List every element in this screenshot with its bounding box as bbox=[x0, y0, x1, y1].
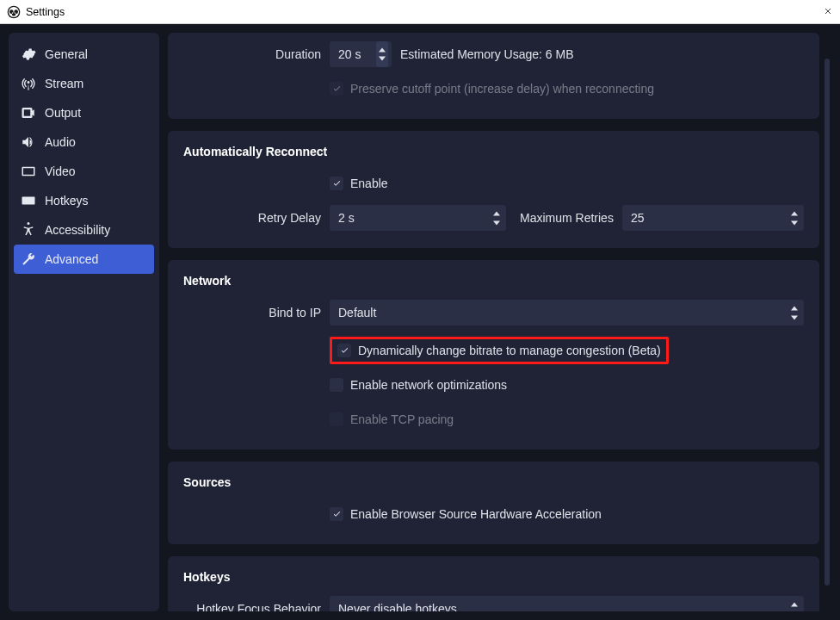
scrollbar[interactable] bbox=[825, 59, 830, 586]
window-titlebar: Settings bbox=[0, 0, 840, 24]
sidebar-item-general[interactable]: General bbox=[9, 40, 159, 69]
sidebar-item-label: Video bbox=[45, 164, 76, 178]
sidebar-item-label: Accessibility bbox=[45, 223, 110, 237]
wrench-icon bbox=[21, 251, 36, 267]
sidebar-item-label: Stream bbox=[45, 77, 83, 90]
sidebar-item-label: Hotkeys bbox=[45, 194, 89, 208]
sidebar-item-hotkeys[interactable]: Hotkeys bbox=[9, 186, 159, 215]
checkbox-label: Enable TCP pacing bbox=[350, 412, 454, 426]
output-icon bbox=[21, 105, 36, 121]
hotkey-focus-select[interactable]: Never disable hotkeys bbox=[330, 596, 804, 611]
panel-sources: Sources Enable Browser Source Hardware A… bbox=[168, 462, 819, 544]
main: Duration 20 s Estimated Memory Usage: 6 … bbox=[168, 33, 831, 611]
preserve-cutoff-checkbox[interactable]: Preserve cutoff point (increase delay) w… bbox=[330, 82, 654, 96]
chevron-up-icon[interactable] bbox=[491, 208, 503, 218]
window-title: Settings bbox=[26, 6, 65, 18]
chevron-down-icon[interactable] bbox=[491, 218, 503, 227]
retry-delay-label: Retry Delay bbox=[183, 211, 330, 225]
close-icon[interactable] bbox=[823, 5, 833, 19]
sidebar-item-output[interactable]: Output bbox=[9, 98, 159, 127]
retry-delay-stepper[interactable]: 2 s bbox=[330, 205, 506, 231]
reconnect-title: Automatically Reconnect bbox=[183, 145, 804, 158]
sidebar-item-stream[interactable]: Stream bbox=[9, 69, 159, 98]
chevron-up-icon[interactable] bbox=[788, 303, 800, 313]
panel-network: Network Bind to IP Default bbox=[168, 260, 819, 450]
sidebar: General Stream Output Audio Video Hotkey… bbox=[9, 33, 159, 611]
checkbox-label: Enable Browser Source Hardware Accelerat… bbox=[350, 507, 602, 521]
gear-icon bbox=[21, 46, 36, 62]
duration-value: 20 s bbox=[338, 47, 361, 61]
max-retries-value: 25 bbox=[631, 211, 645, 225]
network-optimizations-checkbox[interactable]: Enable network optimizations bbox=[330, 378, 507, 392]
sidebar-item-label: Audio bbox=[45, 135, 76, 149]
hotkey-focus-value: Never disable hotkeys bbox=[338, 602, 457, 611]
audio-icon bbox=[21, 134, 36, 150]
reconnect-enable-checkbox[interactable]: Enable bbox=[330, 177, 388, 190]
sidebar-item-accessibility[interactable]: Accessibility bbox=[9, 215, 159, 245]
bind-ip-label: Bind to IP bbox=[183, 306, 330, 319]
dynamic-bitrate-highlight: Dynamically change bitrate to manage con… bbox=[330, 337, 669, 364]
duration-stepper[interactable]: 20 s bbox=[330, 41, 392, 67]
checkbox-label: Dynamically change bitrate to manage con… bbox=[358, 344, 661, 357]
checkbox-label: Preserve cutoff point (increase delay) w… bbox=[350, 82, 654, 96]
chevron-down-icon[interactable] bbox=[788, 218, 800, 227]
max-retries-stepper[interactable]: 25 bbox=[622, 205, 804, 231]
chevron-up-icon[interactable] bbox=[788, 208, 800, 218]
network-title: Network bbox=[183, 274, 804, 288]
chevron-down-icon[interactable] bbox=[376, 54, 388, 63]
hotkeys-title: Hotkeys bbox=[183, 570, 804, 584]
hotkey-focus-label: Hotkey Focus Behavior bbox=[183, 602, 330, 611]
sidebar-item-label: General bbox=[45, 47, 88, 61]
sources-title: Sources bbox=[183, 475, 804, 489]
chevron-up-icon[interactable] bbox=[788, 599, 800, 609]
retry-delay-value: 2 s bbox=[338, 211, 355, 225]
tcp-pacing-checkbox[interactable]: Enable TCP pacing bbox=[330, 412, 454, 426]
sidebar-item-label: Output bbox=[45, 106, 81, 120]
duration-label: Duration bbox=[183, 47, 330, 61]
antenna-icon bbox=[21, 76, 36, 91]
browser-hw-accel-checkbox[interactable]: Enable Browser Source Hardware Accelerat… bbox=[330, 507, 602, 521]
bind-ip-value: Default bbox=[338, 306, 376, 319]
bind-ip-select[interactable]: Default bbox=[330, 300, 804, 326]
max-retries-label: Maximum Retries bbox=[520, 211, 614, 225]
panel-reconnect: Automatically Reconnect Enable Retry Del… bbox=[168, 131, 819, 248]
chevron-up-icon[interactable] bbox=[376, 46, 388, 54]
checkbox-label: Enable network optimizations bbox=[350, 378, 507, 392]
keyboard-icon bbox=[21, 193, 36, 208]
chevron-down-icon[interactable] bbox=[788, 313, 800, 322]
dynamic-bitrate-checkbox[interactable]: Dynamically change bitrate to manage con… bbox=[337, 344, 661, 357]
obs-icon bbox=[7, 5, 21, 19]
sidebar-item-advanced[interactable]: Advanced bbox=[14, 245, 154, 274]
chevron-down-icon[interactable] bbox=[788, 609, 800, 611]
sidebar-item-video[interactable]: Video bbox=[9, 157, 159, 186]
accessibility-icon bbox=[21, 222, 36, 238]
sidebar-item-label: Advanced bbox=[45, 252, 98, 266]
video-icon bbox=[21, 164, 36, 179]
panel-delay: Duration 20 s Estimated Memory Usage: 6 … bbox=[168, 33, 819, 119]
memory-usage-text: Estimated Memory Usage: 6 MB bbox=[400, 47, 574, 61]
checkbox-label: Enable bbox=[350, 177, 388, 190]
sidebar-item-audio[interactable]: Audio bbox=[9, 127, 159, 157]
panel-hotkeys: Hotkeys Hotkey Focus Behavior Never disa… bbox=[168, 556, 819, 611]
